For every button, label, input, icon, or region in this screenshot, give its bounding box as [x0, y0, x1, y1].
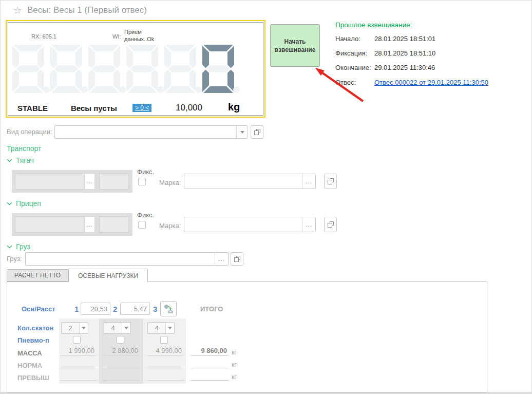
max-capacity: 10,000 — [176, 103, 202, 113]
trailer-number-choose-button[interactable]: ... — [84, 216, 95, 233]
cargo-section: Груз Груз: ... — [1, 242, 360, 268]
operation-dropdown-button[interactable] — [236, 126, 248, 138]
axle-distance-input-2[interactable] — [120, 303, 150, 315]
wheels-select-3[interactable]: 4 — [147, 322, 175, 334]
weighing-window: ☆ Весы: Весы 1 (Первый отвес) RX: 605.1 … — [0, 0, 532, 394]
trailer-brand-input[interactable] — [184, 217, 302, 232]
trailer-number-group: ... — [12, 213, 132, 236]
trailer-brand-label: Марка: — [159, 222, 181, 230]
pneumo-checkbox-1[interactable] — [73, 336, 81, 344]
operation-choose-button[interactable] — [251, 125, 263, 139]
seg-digit-2 — [50, 44, 88, 93]
weighing-doc-link[interactable]: Отвес 000022 от 29.01.2025 11:30:50 — [374, 79, 488, 86]
tractor-brand-label: Марка: — [159, 179, 181, 186]
over-total-value — [191, 371, 229, 381]
cargo-more-button[interactable]: ... — [215, 253, 228, 265]
tab-net-calculation[interactable]: РАСЧЕТ НЕТТО — [7, 269, 68, 282]
tractor-number-choose-button[interactable]: ... — [84, 173, 95, 190]
tab-axle-loads[interactable]: ОСЕВЫЕ НАГРУЗКИ — [68, 269, 148, 282]
rx-status: RX: 605.1 — [31, 33, 56, 40]
norm-row-label: НОРМА — [17, 362, 42, 369]
tractor-section: Тягач ... Фикс. Марка: ... — [1, 156, 360, 199]
operation-label: Вид операции: — [7, 128, 52, 136]
start-weighing-button[interactable]: Начать взвешивание — [270, 24, 320, 67]
pneumo-checkbox-2[interactable] — [117, 336, 124, 344]
cargo-input[interactable] — [26, 253, 215, 265]
axle-number-3: 3 — [153, 305, 157, 313]
chevron-down-icon — [7, 202, 12, 205]
transfer-data-icon — [163, 304, 174, 314]
tractor-region-input[interactable] — [99, 173, 129, 190]
favorite-star-icon[interactable]: ☆ — [13, 4, 22, 16]
wheels-select-1[interactable]: 2 — [61, 322, 88, 334]
tractor-brand-choose-button[interactable] — [324, 174, 337, 189]
choose-from-list-icon — [254, 128, 261, 136]
axle-distance-input-1[interactable] — [81, 303, 110, 315]
tractor-number-input[interactable] — [15, 173, 84, 190]
tractor-number-group: ... — [12, 170, 132, 193]
operation-input[interactable] — [55, 126, 236, 138]
trailer-region-input[interactable] — [99, 216, 129, 233]
page-title: Весы: Весы 1 (Первый отвес) — [27, 5, 147, 15]
wheels-select-1-value: 2 — [62, 323, 79, 333]
start-time-value: 28.01.2025 18:51:01 — [374, 35, 435, 43]
cargo-input-group: ... — [25, 252, 229, 266]
trailer-fix-checkbox[interactable] — [138, 221, 146, 229]
transport-section-title: Транспорт — [7, 144, 41, 153]
norm-value-2 — [104, 359, 140, 368]
wi-status: Прием данных..Ok — [124, 28, 168, 43]
seg-decimal-dot — [157, 86, 164, 93]
norm-value-3 — [147, 359, 183, 368]
seven-segment-display — [12, 44, 240, 93]
over-unit-label: кг — [232, 373, 237, 381]
chevron-down-icon — [7, 245, 12, 249]
operation-input-group — [54, 125, 248, 139]
chevron-down-icon — [82, 327, 86, 329]
tractor-brand-input[interactable] — [184, 174, 302, 189]
seg-digit-1 — [12, 44, 50, 93]
mass-unit-label: кг — [232, 349, 237, 356]
fixation-time-label: Фиксация: — [335, 49, 367, 57]
wheels-select-2[interactable]: 4 — [104, 322, 131, 334]
wheels-count-label: Кол.скатов — [17, 324, 54, 332]
mass-value-1: 1 990,00 — [60, 347, 96, 356]
pneumo-checkbox-3[interactable] — [160, 336, 168, 344]
mass-value-3: 4 990,00 — [147, 347, 183, 356]
over-value-3 — [147, 371, 183, 381]
tractor-section-label: Тягач — [16, 156, 34, 164]
trailer-brand-choose-button[interactable] — [324, 217, 337, 232]
trailer-fix-label: Фикс. — [137, 211, 154, 219]
over-value-2 — [104, 371, 140, 381]
mass-row-label: МАССА — [17, 349, 42, 357]
trailer-section-label: Прицеп — [16, 199, 41, 208]
tractor-brand-more-button[interactable]: ... — [302, 174, 315, 189]
transfer-weight-button[interactable] — [160, 301, 177, 316]
seg-digit-4 — [126, 44, 164, 93]
chevron-down-icon — [7, 159, 12, 162]
zero-badge[interactable]: > 0 < — [132, 104, 151, 112]
chevron-down-icon — [168, 327, 172, 329]
chevron-down-icon — [124, 327, 128, 329]
axles-distance-label: Оси/Расст — [22, 305, 55, 313]
trailer-brand-more-button[interactable]: ... — [302, 217, 315, 232]
cargo-section-header[interactable]: Груз — [7, 242, 30, 251]
seg-decimal-dot — [119, 86, 126, 93]
norm-value-1 — [60, 359, 96, 368]
mass-total-value: 9 860,00 — [191, 347, 229, 356]
weighing-doc-label: Отвес: — [335, 79, 356, 86]
title-bar: ☆ Весы: Весы 1 (Первый отвес) — [1, 1, 531, 20]
cargo-choose-button[interactable] — [231, 252, 243, 266]
seg-decimal-dot — [81, 86, 88, 93]
tractor-section-header[interactable]: Тягач — [7, 156, 34, 164]
trailer-section: Прицеп ... Фикс. Марка: ... — [1, 199, 360, 242]
norm-unit-label: кг — [232, 361, 237, 368]
cargo-section-label: Груз — [16, 242, 30, 251]
last-weighing-title: Прошлое взвешивание: — [335, 21, 412, 29]
trailer-number-input[interactable] — [15, 216, 84, 233]
trailer-section-header[interactable]: Прицеп — [7, 199, 41, 208]
wheels-select-2-value: 4 — [104, 323, 122, 333]
tractor-fix-checkbox[interactable] — [138, 178, 146, 185]
wi-label: WI: — [112, 33, 121, 40]
tractor-fix-label: Фикс. — [137, 168, 154, 176]
scale-status-row: STABLE Весы пусты > 0 < 10,000 kg — [8, 102, 263, 116]
